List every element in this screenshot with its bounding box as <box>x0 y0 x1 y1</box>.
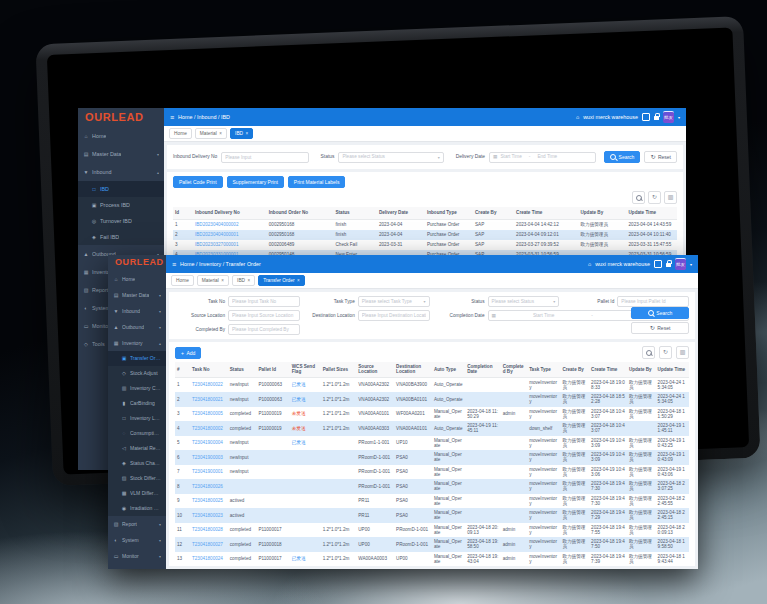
reset-button[interactable]: ↻Reset <box>644 151 677 163</box>
row-link-cell[interactable]: T23041800026 <box>190 479 228 494</box>
sidebar-item-transfer-order[interactable]: ▣Transfer Order <box>108 351 166 366</box>
sidebar-item-home[interactable]: ⌂Home <box>108 271 166 287</box>
search-icon[interactable] <box>632 191 645 204</box>
sidebar-item-inventory-loc[interactable]: □Inventory Loc... <box>108 411 166 426</box>
row-link-cell[interactable]: T23041800027 <box>190 537 228 552</box>
row-link-cell[interactable]: T23041900001 <box>190 465 228 480</box>
chevron-down-icon[interactable]: ▾ <box>690 262 692 267</box>
table-row[interactable]: 6T23041900003newInputPRoomD-1-001PSA0Man… <box>175 450 689 465</box>
sidebar-item-turnover-ibd[interactable]: ◎Turnover IBD <box>78 213 164 229</box>
lock-icon[interactable] <box>654 116 659 120</box>
tab-transfer-order[interactable]: Transfer Order× <box>258 275 304 286</box>
tab-home[interactable]: Home <box>169 128 192 139</box>
sidebar-item-status-change[interactable]: ◈Status Change <box>108 456 166 471</box>
sidebar-item-fail-ibd[interactable]: ◈Fail IBD <box>78 229 164 245</box>
sidebar-item-stock-differe[interactable]: ▨Stock Differe... <box>108 471 166 486</box>
chevron-down-icon[interactable]: ▾ <box>678 115 680 120</box>
tab-ibd[interactable]: IBD× <box>230 128 253 139</box>
sidebar-item-vlm-difference[interactable]: ▩VLM Difference <box>108 486 166 501</box>
supplementary-print-button[interactable]: Supplementary Print <box>227 176 284 188</box>
row-link-cell[interactable]: T23041800005 <box>190 407 228 422</box>
table-row[interactable]: 12T23041800027completedP110000181.2*1.0*… <box>175 537 689 552</box>
task-no-input[interactable] <box>228 296 300 307</box>
table-row[interactable]: 5T23041900004newInput已发送PRoom1-1-001UP10… <box>175 436 689 451</box>
table-row[interactable]: 4T23041800002completedP11000019未发送1.2*1.… <box>175 421 689 436</box>
table-row[interactable]: 2T23041800021newInputP10000063已发送1.2*1.0… <box>175 392 689 407</box>
refresh-icon[interactable]: ↻ <box>648 191 661 204</box>
status-select[interactable]: Please select Status▾ <box>488 296 560 307</box>
close-icon[interactable]: × <box>221 278 224 284</box>
row-link-cell[interactable]: T23041800002 <box>190 421 228 436</box>
sidebar-item-master-data[interactable]: ▤Master Data▾ <box>78 145 164 163</box>
row-link-cell[interactable]: T23041800025 <box>190 494 228 509</box>
tab-home[interactable]: Home <box>171 275 194 286</box>
search-icon[interactable] <box>642 346 655 359</box>
row-link-cell[interactable]: IBD20230327000001 <box>193 240 267 250</box>
row-link-cell[interactable]: IBD20230404000001 <box>193 230 267 240</box>
close-icon[interactable]: × <box>248 278 251 284</box>
tab-material[interactable]: Material× <box>197 275 229 286</box>
sidebar-item-inventory-count[interactable]: ▥Inventory Count <box>108 381 166 396</box>
avatar[interactable]: 航友 <box>663 111 674 123</box>
row-link-cell[interactable]: T23041800024 <box>190 552 228 567</box>
close-icon[interactable]: × <box>246 131 249 137</box>
fullscreen-icon[interactable] <box>642 113 650 121</box>
hamburger-icon[interactable]: ≡ <box>172 261 176 268</box>
row-link-cell[interactable]: IBD20230404000002 <box>193 220 267 231</box>
sidebar-item-master-data[interactable]: ▤Master Data▾ <box>108 287 166 303</box>
sidebar-item-process-ibd[interactable]: ▣Process IBD <box>78 197 164 213</box>
table-row[interactable]: 1IBD202304040000020002950168finish2023-0… <box>173 220 677 231</box>
delivery-date-range[interactable]: ▦ Start Time - End Time <box>489 152 596 163</box>
row-link-cell[interactable]: T23041800023 <box>190 508 228 523</box>
table-row[interactable]: 11T23041800028completedP110000171.2*1.0*… <box>175 523 689 538</box>
avatar[interactable]: 航友 <box>675 258 686 270</box>
pallet-id-input[interactable] <box>617 296 689 307</box>
sidebar-item-material-retu[interactable]: ◁Material Retu... <box>108 441 166 456</box>
table-row[interactable]: 1T23041800022newInputP10000063已发送1.2*1.0… <box>175 377 689 392</box>
source-location-input[interactable] <box>228 310 300 321</box>
search-button[interactable]: Search <box>631 307 689 319</box>
table-row[interactable]: 3T23041800005completedP11000019未发送1.2*1.… <box>175 407 689 422</box>
destination-location-input[interactable] <box>358 310 430 321</box>
table-row[interactable]: 7T23041900001newInputPRoomD-1-001PSA0Man… <box>175 465 689 480</box>
lock-icon[interactable] <box>666 263 671 267</box>
status-select[interactable]: Please select Status▾ <box>338 152 443 163</box>
search-button[interactable]: Search <box>604 151 640 163</box>
table-row[interactable]: 9T23041800025activedPR11PSA0Manual_Opera… <box>175 494 689 509</box>
sidebar-item-monitor[interactable]: ▭Monitor▾ <box>108 548 166 564</box>
sidebar-item-home[interactable]: ⌂Home <box>78 127 164 145</box>
inbound-delivery-no-input[interactable] <box>221 152 308 163</box>
sidebar-item-irradiation-co[interactable]: ◉Irradiation Co... <box>108 501 166 516</box>
hamburger-icon[interactable]: ≡ <box>170 114 174 121</box>
table-row[interactable]: 3IBD202303270000010002006489Check Fail20… <box>173 240 677 250</box>
table-row[interactable]: 2IBD202304040000010002950168finish2023-0… <box>173 230 677 240</box>
table-row[interactable]: 8T23041800026PRoomD-1-001PSA0Manual_Oper… <box>175 479 689 494</box>
columns-icon[interactable]: ▥ <box>676 346 689 359</box>
add-button[interactable]: +Add <box>175 347 201 359</box>
print-material-labels-button[interactable]: Print Material Labels <box>288 176 346 188</box>
row-link-cell[interactable]: T23041900004 <box>190 436 228 451</box>
warehouse-name[interactable]: wuxi merck warehouse <box>595 261 650 268</box>
sidebar-item-inbound[interactable]: ▼Inbound▾ <box>108 303 166 319</box>
pallet-code-print-button[interactable]: Pallet Code Print <box>173 176 223 188</box>
completed-by-input[interactable] <box>228 324 300 335</box>
sidebar-item-consumption[interactable]: ◌Consumption... <box>108 426 166 441</box>
sidebar-item-inventory[interactable]: ▦Inventory▴ <box>108 335 166 351</box>
sidebar-item-ibd[interactable]: □IBD <box>78 181 164 197</box>
columns-icon[interactable]: ▥ <box>664 191 677 204</box>
reset-button[interactable]: ↻Reset <box>631 322 689 334</box>
row-link-cell[interactable]: T23041900003 <box>190 450 228 465</box>
sidebar-item-carbinding[interactable]: ▮CarBinding <box>108 396 166 411</box>
table-row[interactable]: 13T23041800024completedP11000017已发送1.2*1… <box>175 552 689 567</box>
row-link-cell[interactable]: T23041800021 <box>190 392 228 407</box>
close-icon[interactable]: × <box>219 131 222 137</box>
close-icon[interactable]: × <box>297 278 300 284</box>
tab-ibd[interactable]: IBD× <box>232 275 255 286</box>
refresh-icon[interactable]: ↻ <box>659 346 672 359</box>
task-type-select[interactable]: Please select Task Type▾ <box>358 296 430 307</box>
sidebar-item-outbound[interactable]: ▲Outbound▾ <box>108 319 166 335</box>
row-link-cell[interactable]: T23041800022 <box>190 377 228 392</box>
sidebar-item-stock-adjust[interactable]: ◇Stock Adjust <box>108 366 166 381</box>
row-link-cell[interactable]: T23041800028 <box>190 523 228 538</box>
warehouse-name[interactable]: wuxi merck warehouse <box>583 114 638 121</box>
